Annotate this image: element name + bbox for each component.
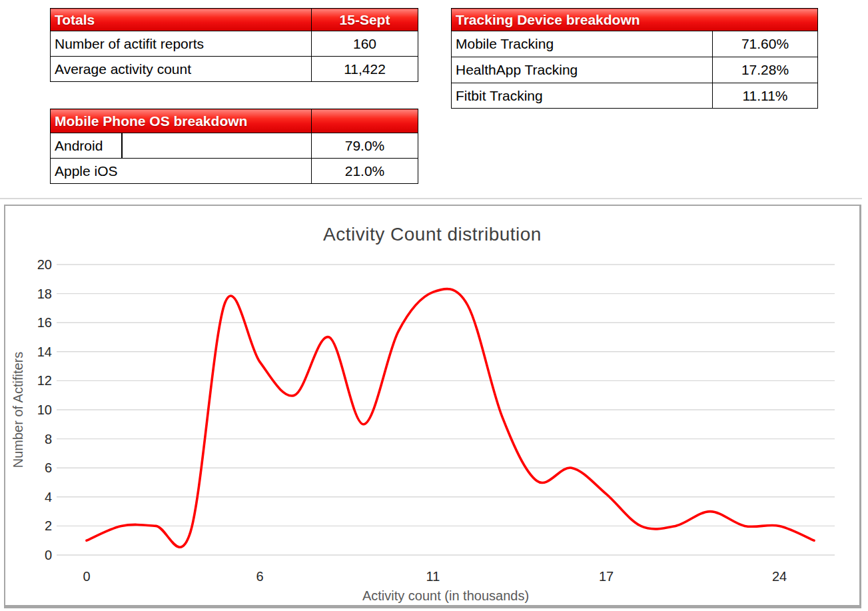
- totals-row-average-value[interactable]: 11,422: [312, 57, 418, 82]
- tracking-row-mobile-value[interactable]: 71.60%: [713, 31, 818, 57]
- tracking-row-fitbit-label[interactable]: Fitbit Tracking: [452, 83, 713, 109]
- table-row: Mobile Tracking 71.60%: [452, 31, 818, 57]
- tracking-row-fitbit-value[interactable]: 11.11%: [713, 83, 818, 109]
- totals-row-reports-label[interactable]: Number of actifit reports: [51, 31, 312, 57]
- table-row: Android 79.0%: [51, 133, 418, 159]
- tracking-row-healthapp-label[interactable]: HealthApp Tracking: [452, 57, 713, 83]
- os-row-ios-label[interactable]: Apple iOS: [51, 159, 312, 184]
- y-tick-label: 6: [45, 460, 52, 475]
- table-row: Apple iOS 21.0%: [51, 159, 418, 184]
- y-tick-label: 14: [37, 344, 52, 359]
- os-row-android-label[interactable]: Android: [51, 133, 312, 159]
- totals-header-label[interactable]: Totals: [51, 9, 312, 31]
- y-tick-label: 2: [45, 518, 52, 533]
- os-header-empty[interactable]: [312, 109, 418, 133]
- activity-distribution-chart[interactable]: 0246810121416182006111724Activity count …: [4, 205, 861, 608]
- table-row: Number of actifit reports 160: [51, 31, 418, 57]
- tracking-row-mobile-label[interactable]: Mobile Tracking: [452, 31, 713, 57]
- x-tick-label: 6: [256, 569, 263, 584]
- x-tick-label: 24: [772, 569, 787, 584]
- y-tick-label: 18: [37, 287, 52, 301]
- totals-header-date[interactable]: 15-Sept: [312, 9, 418, 31]
- totals-table: Totals 15-Sept Number of actifit reports…: [50, 8, 418, 82]
- y-tick-label: 8: [45, 432, 52, 446]
- totals-row-average-label[interactable]: Average activity count: [51, 57, 312, 82]
- table-row: Fitbit Tracking 11.11%: [452, 83, 818, 109]
- x-tick-label: 0: [83, 569, 90, 584]
- table-row: HealthApp Tracking 17.28%: [452, 57, 818, 83]
- totals-row-reports-value[interactable]: 160: [312, 31, 418, 57]
- y-tick-label: 16: [37, 315, 52, 330]
- chart-plot-area: 0246810121416182006111724Activity count …: [5, 206, 859, 605]
- mobile-os-table: Mobile Phone OS breakdown Android 79.0% …: [50, 109, 418, 184]
- y-axis-title: Number of Actifiters: [11, 352, 25, 468]
- sheet-row-divider: [0, 198, 862, 199]
- y-tick-label: 4: [45, 490, 52, 504]
- y-tick-label: 20: [37, 257, 52, 272]
- tracking-device-table: Tracking Device breakdown Mobile Trackin…: [451, 8, 818, 109]
- tracking-row-healthapp-value[interactable]: 17.28%: [713, 57, 818, 83]
- x-tick-label: 11: [426, 569, 440, 584]
- chart-title: Activity Count distribution: [5, 224, 859, 245]
- os-row-ios-value[interactable]: 21.0%: [312, 159, 418, 184]
- os-row-android-value[interactable]: 79.0%: [312, 133, 418, 159]
- series-line: [87, 289, 814, 548]
- os-header-label[interactable]: Mobile Phone OS breakdown: [51, 109, 312, 133]
- x-tick-label: 17: [599, 569, 614, 584]
- table-row: Average activity count 11,422: [51, 57, 418, 82]
- y-tick-label: 0: [45, 548, 52, 562]
- tracking-header-label[interactable]: Tracking Device breakdown: [452, 9, 818, 31]
- x-axis-title: Activity count (in thousands): [362, 588, 529, 603]
- y-tick-label: 12: [37, 373, 52, 388]
- y-tick-label: 10: [37, 402, 52, 417]
